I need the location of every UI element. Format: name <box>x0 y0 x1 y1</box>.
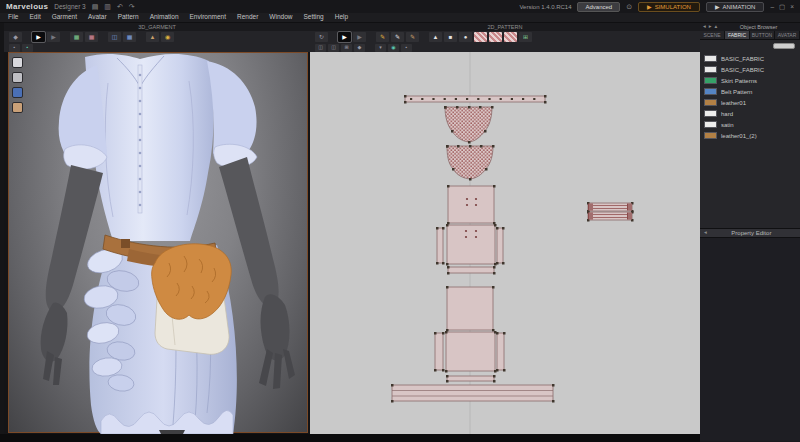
option-icon[interactable]: ▪ <box>401 44 412 52</box>
tab-avatar[interactable]: AVATAR <box>775 31 800 39</box>
2d-window-title: 2D_PATTERN <box>488 24 523 30</box>
free-sew-icon[interactable]: ◫ <box>328 44 339 52</box>
2d-toolbar-row1: ↻ ▶ ▶ ✎ ✎ ✎ ▲ ■ ● ⊞ <box>310 31 700 43</box>
2d-pattern-canvas[interactable] <box>310 52 700 434</box>
edit-curve-icon[interactable]: ✎ <box>391 32 404 42</box>
animation-label: ANIMATION <box>723 4 756 10</box>
toggle-avatar-icon[interactable] <box>12 72 23 83</box>
version-label: Version 1.4.0.RC14 <box>519 4 571 10</box>
menu-avatar[interactable]: Avatar <box>88 14 107 21</box>
pattern-piece-hem-band <box>392 385 553 401</box>
panel-nav-up-icon[interactable]: ▴ <box>715 24 718 30</box>
create-rectangle-icon[interactable]: ■ <box>444 32 457 42</box>
3d-garment-render <box>9 53 309 434</box>
transform-pattern-icon[interactable]: ↻ <box>315 32 328 42</box>
menu-bar: File Edit Garment Avatar Pattern Animati… <box>0 13 800 23</box>
menu-environment[interactable]: Environment <box>190 14 227 21</box>
pattern-piece-side-strip <box>437 228 443 263</box>
fabric-name: Belt Pattern <box>721 89 752 95</box>
show-seamlines-icon[interactable]: ▦ <box>85 32 98 42</box>
move-tool-icon[interactable]: ▶ <box>47 32 60 42</box>
elastic-icon[interactable]: ◉ <box>388 44 399 52</box>
menu-window[interactable]: Window <box>269 14 292 21</box>
menu-pattern[interactable]: Pattern <box>118 14 139 21</box>
toggle-garment-icon[interactable] <box>12 57 23 68</box>
status-bar <box>0 434 700 442</box>
select-tool-icon[interactable]: ▶ <box>32 32 45 42</box>
pattern-piece-belt <box>588 212 632 220</box>
right-panel: ◂ ▸ ▴ Object Browser SCENE FABRIC BUTTON… <box>700 23 800 442</box>
texture-edit-icon[interactable] <box>489 32 502 42</box>
close-button[interactable]: × <box>790 3 794 11</box>
pin-tool-icon[interactable]: ◫ <box>108 32 121 42</box>
texture-tool-icon[interactable] <box>474 32 487 42</box>
advanced-mode-button[interactable]: Advanced <box>577 2 620 12</box>
select-tool-2d-icon[interactable]: ▶ <box>338 32 351 42</box>
new-document-icon[interactable]: ▤ <box>92 3 99 10</box>
tab-button[interactable]: BUTTON <box>750 31 775 39</box>
segment-sew-icon[interactable]: ◫ <box>315 44 326 52</box>
tab-fabric[interactable]: FABRIC <box>725 31 750 39</box>
fabric-list-item[interactable]: Skirt Patterns <box>700 75 800 86</box>
pattern-piece-ruffle-top <box>445 107 492 142</box>
gear-icon[interactable]: ⊙ <box>626 3 632 10</box>
pattern-piece-hem-strip <box>447 376 494 381</box>
title-bar: Marvelous Designer 3 ▤ ▥ ↶ ↷ Version 1.4… <box>0 0 800 13</box>
toggle-arrangement-icon[interactable] <box>12 87 23 98</box>
fabric-list-item[interactable]: leather01_(2) <box>700 130 800 141</box>
minimize-button[interactable]: ‒ <box>770 3 774 11</box>
redo-icon[interactable]: ↷ <box>129 3 135 10</box>
save-icon[interactable]: ▥ <box>104 3 111 10</box>
texture-repeat-icon[interactable] <box>504 32 517 42</box>
3d-viewport[interactable] <box>8 52 308 433</box>
app-edition: Designer 3 <box>54 3 85 10</box>
merge-icon[interactable]: ⊞ <box>341 44 352 52</box>
layer-icon[interactable]: ▾ <box>375 44 386 52</box>
3d-window-title: 3D_GARMENT <box>138 24 176 30</box>
fabric-list-item[interactable]: Belt Pattern <box>700 86 800 97</box>
simulation-label: SIMULATION <box>655 4 691 10</box>
2d-window-caption: 2D_PATTERN <box>310 23 700 31</box>
pin-icon[interactable]: ▪ <box>9 44 20 52</box>
menu-edit[interactable]: Edit <box>29 14 40 21</box>
fabric-swatch <box>704 121 717 128</box>
measure-tool-icon[interactable]: ▦ <box>123 32 136 42</box>
pattern-piece-waistband <box>448 267 494 273</box>
panel-nav-left-icon[interactable]: ◂ <box>703 24 706 30</box>
edit-pattern-icon[interactable]: ✎ <box>376 32 389 42</box>
simulation-button[interactable]: ▶ SIMULATION <box>638 2 700 12</box>
avatar-display-icon[interactable]: ◉ <box>161 32 174 42</box>
fabric-list-item[interactable]: BASIC_FABRIC <box>700 53 800 64</box>
undo-icon[interactable]: ↶ <box>117 3 123 10</box>
menu-help[interactable]: Help <box>335 14 348 21</box>
menu-render[interactable]: Render <box>237 14 258 21</box>
property-collapse-icon[interactable]: ◂ <box>704 230 707 236</box>
menu-garment[interactable]: Garment <box>52 14 77 21</box>
show-grid-icon[interactable]: ⊞ <box>519 32 532 42</box>
toggle-avatar-skin-icon[interactable] <box>12 102 23 113</box>
show-avatar-icon[interactable]: ▲ <box>146 32 159 42</box>
create-circle-icon[interactable]: ● <box>459 32 472 42</box>
fabric-list-item[interactable]: satin <box>700 119 800 130</box>
fabric-swatch <box>704 132 717 139</box>
add-point-icon[interactable]: ✎ <box>406 32 419 42</box>
move-tool-2d-icon[interactable]: ▶ <box>353 32 366 42</box>
panel-nav-right-icon[interactable]: ▸ <box>709 24 712 30</box>
animation-button[interactable]: ▶ ANIMATION <box>706 2 765 12</box>
menu-animation[interactable]: Animation <box>150 14 179 21</box>
maximize-button[interactable]: ▢ <box>779 3 785 11</box>
show-internal-lines-icon[interactable]: ▦ <box>70 32 83 42</box>
fabric-list-item[interactable]: leather01 <box>700 97 800 108</box>
menu-setting[interactable]: Setting <box>303 14 323 21</box>
fabric-add-button[interactable] <box>773 43 795 49</box>
fabric-list-item[interactable]: hard <box>700 108 800 119</box>
pattern-piece-side-strip <box>497 333 504 370</box>
property-editor-bar[interactable]: ◂ Property Editor <box>700 228 800 238</box>
mirror-icon[interactable]: ◆ <box>354 44 365 52</box>
fabric-list-item[interactable]: BASIC_FABRIC <box>700 64 800 75</box>
tape-icon[interactable]: ▪ <box>22 44 33 52</box>
garment-display-icon[interactable]: ◆ <box>9 32 22 42</box>
create-polygon-icon[interactable]: ▲ <box>429 32 442 42</box>
tab-scene[interactable]: SCENE <box>700 31 725 39</box>
menu-file[interactable]: File <box>8 14 18 21</box>
